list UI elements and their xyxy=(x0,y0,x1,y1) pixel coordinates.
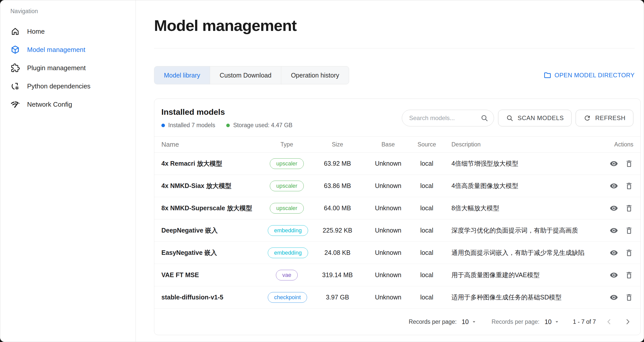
folder-icon xyxy=(543,71,552,79)
model-base: Unknown xyxy=(369,294,407,301)
toolbar-row: Model libraryCustom DownloadOperation hi… xyxy=(154,66,635,84)
sidebar-nav: HomeModel managementPlugin managementPyt… xyxy=(0,22,136,113)
trash-icon xyxy=(625,293,633,302)
table-row: 4x NMKD-Siax 放大模型upscaler63.86 MBUnknown… xyxy=(154,175,640,197)
model-description: 深度学习优化的负面提示词，有助于提高画质 xyxy=(446,226,592,235)
model-base: Unknown xyxy=(369,271,407,279)
scan-models-button[interactable]: SCAN MODELS xyxy=(498,110,572,126)
model-name: EasyNegative 嵌入 xyxy=(161,249,268,257)
python-dependencies-icon xyxy=(10,81,20,91)
view-model-button[interactable] xyxy=(610,226,618,235)
sidebar-item-python-dependencies[interactable]: Python dependencies xyxy=(0,77,136,95)
trash-icon xyxy=(625,249,633,257)
delete-model-button[interactable] xyxy=(625,159,633,168)
column-type: Type xyxy=(268,141,306,148)
model-name: 4x NMKD-Siax 放大模型 xyxy=(161,182,268,190)
caret-down-icon xyxy=(554,318,560,325)
cube-icon xyxy=(10,45,20,54)
search-icon xyxy=(506,114,514,122)
page-title: Model management xyxy=(154,16,641,34)
view-model-button[interactable] xyxy=(610,182,618,190)
open-model-directory-label: OPEN MODEL DIRECTORY xyxy=(555,72,635,79)
search-field xyxy=(402,110,494,126)
model-base: Unknown xyxy=(369,204,407,212)
sidebar-item-label: Model management xyxy=(27,46,85,54)
model-base: Unknown xyxy=(369,249,407,256)
sidebar-item-home[interactable]: Home xyxy=(0,22,136,41)
model-description: 通用负面提示词嵌入，有助于减少常见生成缺陷 xyxy=(446,249,592,257)
tab-operation-history[interactable]: Operation history xyxy=(281,66,349,84)
open-model-directory-link[interactable]: OPEN MODEL DIRECTORY xyxy=(543,71,635,79)
delete-model-button[interactable] xyxy=(625,249,633,257)
type-badge: checkpoint xyxy=(268,292,307,303)
table-header: Name Type Size Base Source Description A… xyxy=(154,136,640,153)
view-model-button[interactable] xyxy=(610,159,618,168)
column-actions: Actions xyxy=(592,141,633,148)
model-size: 319.14 MB xyxy=(306,271,369,279)
type-badge: upscaler xyxy=(270,203,304,214)
records-per-page-control: Records per page: 10 xyxy=(409,318,477,326)
search-input[interactable] xyxy=(402,110,494,126)
card-header: Installed models Installed 7 models Stor… xyxy=(154,99,640,136)
tab-custom-download[interactable]: Custom Download xyxy=(210,66,281,84)
model-source: local xyxy=(407,160,446,167)
model-source: local xyxy=(407,227,446,234)
eye-icon xyxy=(610,271,618,279)
previous-page-button[interactable] xyxy=(603,316,615,327)
table-body: 4x Remacri 放大模型upscaler63.92 MBUnknownlo… xyxy=(154,153,640,309)
model-size: 3.97 GB xyxy=(306,294,369,301)
model-description: 用于高质量图像重建的VAE模型 xyxy=(446,271,592,279)
sidebar-title: Navigation xyxy=(10,8,136,15)
model-source: local xyxy=(407,182,446,189)
column-base: Base xyxy=(369,141,407,148)
type-badge: upscaler xyxy=(270,181,304,191)
sidebar-item-plugin-management[interactable]: Plugin management xyxy=(0,59,136,77)
delete-model-button[interactable] xyxy=(625,182,633,190)
records-per-page-select[interactable]: 10 xyxy=(544,318,560,326)
sidebar-item-label: Python dependencies xyxy=(27,82,90,90)
sidebar-item-label: Plugin management xyxy=(27,64,86,72)
view-model-button[interactable] xyxy=(610,249,618,257)
delete-model-button[interactable] xyxy=(625,204,633,213)
model-name: DeepNegative 嵌入 xyxy=(161,226,268,235)
trash-icon xyxy=(625,226,633,235)
delete-model-button[interactable] xyxy=(625,293,633,302)
next-page-button[interactable] xyxy=(622,316,633,327)
green-dot-icon xyxy=(226,124,230,127)
eye-icon xyxy=(610,159,618,168)
main-content: Model management Model libraryCustom Dow… xyxy=(136,0,644,342)
type-badge: embedding xyxy=(268,225,308,236)
records-per-page-select[interactable]: 10 xyxy=(462,318,477,326)
refresh-icon xyxy=(583,114,591,122)
eye-icon xyxy=(610,293,618,302)
view-model-button[interactable] xyxy=(610,204,618,213)
model-source: local xyxy=(407,249,446,256)
card-title: Installed models xyxy=(161,107,292,117)
delete-model-button[interactable] xyxy=(625,226,633,235)
delete-model-button[interactable] xyxy=(625,271,633,279)
refresh-button[interactable]: REFRESH xyxy=(576,110,633,126)
sidebar-item-model-management[interactable]: Model management xyxy=(0,41,136,59)
eye-icon xyxy=(610,249,618,257)
model-name: 8x NMKD-Superscale 放大模型 xyxy=(161,204,268,212)
model-name: VAE FT MSE xyxy=(161,271,268,279)
sidebar-item-label: Home xyxy=(27,28,45,35)
model-description: 适用于多种图像生成任务的基础SD模型 xyxy=(446,293,592,301)
view-model-button[interactable] xyxy=(610,293,618,302)
view-model-button[interactable] xyxy=(610,271,618,279)
table-row: EasyNegative 嵌入embedding24.08 KBUnknownl… xyxy=(154,242,640,264)
page-range-label: 1 - 7 of 7 xyxy=(573,318,596,325)
caret-down-icon xyxy=(471,318,477,325)
puzzle-icon xyxy=(10,63,20,73)
table-row: 4x Remacri 放大模型upscaler63.92 MBUnknownlo… xyxy=(154,153,640,175)
pagination: Records per page: 10 Records per page: 1… xyxy=(154,309,640,335)
blue-dot-icon xyxy=(161,124,165,127)
sidebar-item-network-config[interactable]: Network Config xyxy=(0,95,136,113)
eye-icon xyxy=(610,226,618,235)
tab-model-library[interactable]: Model library xyxy=(154,66,210,84)
trash-icon xyxy=(625,204,633,213)
app-window: Navigation HomeModel managementPlugin ma… xyxy=(0,0,644,342)
sidebar-item-label: Network Config xyxy=(27,101,72,108)
model-description: 8倍大幅放大模型 xyxy=(446,204,592,212)
storage-used-stat: Storage used: 4.47 GB xyxy=(226,122,292,129)
